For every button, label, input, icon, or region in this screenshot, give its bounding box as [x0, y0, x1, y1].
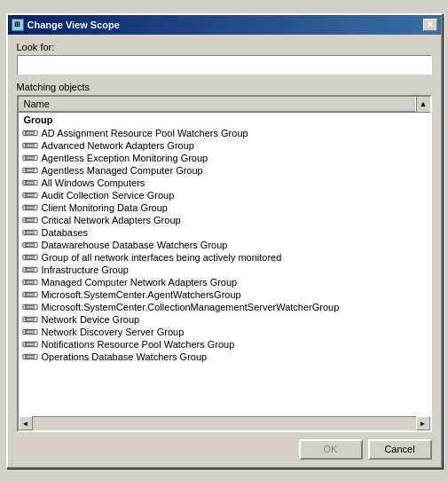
- group-icon: [22, 215, 38, 225]
- item-label: Operations Database Watchers Group: [42, 351, 208, 362]
- group-icon: [22, 202, 38, 213]
- header-arrow: ▲: [416, 97, 430, 112]
- group-icon: [22, 339, 38, 350]
- item-label: Advanced Network Adapters Group: [42, 140, 194, 151]
- scroll-track: [33, 417, 416, 430]
- group-icon: [22, 302, 38, 312]
- window-title: Change View Scope: [28, 20, 120, 30]
- list-item[interactable]: Client Monitoring Data Group: [19, 201, 430, 214]
- button-row: OK Cancel: [17, 439, 432, 460]
- horizontal-scrollbar[interactable]: ◄ ►: [19, 416, 430, 430]
- group-icon: [22, 153, 38, 163]
- window-icon: ⊞: [12, 19, 24, 31]
- group-icon: [22, 140, 38, 151]
- item-label: Agentless Exception Monitoring Group: [42, 153, 208, 163]
- svg-rect-50: [26, 280, 34, 283]
- group-icon: [22, 190, 38, 201]
- svg-rect-34: [26, 231, 34, 233]
- matching-objects-list: Name ▲ Group AD Assignment Resource Pool…: [17, 95, 432, 432]
- item-label: Managed Computer Network Adapters Group: [42, 277, 238, 288]
- matching-objects-label: Matching objects: [17, 82, 432, 92]
- list-item[interactable]: Notifications Resource Pool Watchers Gro…: [19, 338, 430, 351]
- svg-rect-18: [26, 181, 34, 184]
- svg-rect-58: [26, 305, 34, 308]
- list-item[interactable]: Microsoft.SystemCenter.CollectionManagem…: [19, 301, 430, 313]
- item-label: Group of all network interfaces being ac…: [42, 252, 282, 263]
- group-icon: [22, 289, 38, 300]
- list-item[interactable]: All Windows Computers: [19, 177, 430, 189]
- item-label: Client Monitoring Data Group: [42, 202, 168, 213]
- svg-rect-30: [26, 218, 34, 221]
- title-bar: ⊞ Change View Scope ✕: [8, 15, 441, 35]
- list-item[interactable]: Agentless Managed Computer Group: [19, 164, 430, 177]
- list-item[interactable]: Critical Network Adapters Group: [19, 214, 430, 226]
- look-for-input[interactable]: [17, 55, 432, 75]
- item-label: Datawarehouse Database Watchers Group: [42, 240, 228, 250]
- list-item[interactable]: Network Discovery Server Group: [19, 326, 430, 338]
- close-button[interactable]: ✕: [423, 19, 437, 31]
- svg-rect-54: [26, 293, 34, 296]
- list-item[interactable]: Databases: [19, 226, 430, 239]
- item-label: Microsoft.SystemCenter.CollectionManagem…: [42, 302, 340, 312]
- svg-rect-46: [26, 268, 34, 271]
- cancel-button[interactable]: Cancel: [368, 439, 432, 460]
- item-label: All Windows Computers: [42, 177, 145, 188]
- group-icon: [22, 128, 38, 138]
- list-item[interactable]: Network Device Group: [19, 313, 430, 326]
- item-label: Infrastructure Group: [42, 264, 129, 275]
- look-for-label: Look for:: [17, 42, 432, 52]
- group-icon: [22, 177, 38, 188]
- list-item[interactable]: Datawarehouse Database Watchers Group: [19, 239, 430, 251]
- window-content: Look for: Matching objects Name ▲ Group …: [8, 35, 441, 467]
- title-bar-controls: ✕: [423, 19, 437, 31]
- item-label: Network Discovery Server Group: [42, 327, 185, 337]
- svg-rect-22: [26, 193, 34, 196]
- svg-rect-66: [26, 330, 34, 333]
- svg-rect-42: [26, 256, 34, 258]
- item-label: Databases: [42, 227, 89, 238]
- list-item[interactable]: Advanced Network Adapters Group: [19, 139, 430, 152]
- scroll-left-button[interactable]: ◄: [19, 416, 33, 430]
- list-item[interactable]: Managed Computer Network Adapters Group: [19, 276, 430, 288]
- svg-rect-26: [26, 206, 34, 209]
- ok-button[interactable]: OK: [299, 439, 363, 460]
- change-view-scope-window: ⊞ Change View Scope ✕ Look for: Matching…: [6, 13, 443, 469]
- svg-rect-38: [26, 243, 34, 246]
- group-icon: [22, 264, 38, 275]
- group-icon: [22, 252, 38, 263]
- svg-rect-2: [26, 131, 34, 134]
- group-icon: [22, 314, 38, 325]
- scroll-right-button[interactable]: ►: [416, 416, 430, 430]
- list-item[interactable]: Operations Database Watchers Group: [19, 351, 430, 363]
- list-item[interactable]: Microsoft.SystemCenter.AgentWatchersGrou…: [19, 288, 430, 301]
- svg-rect-74: [26, 355, 34, 358]
- group-icon: [22, 165, 38, 176]
- list-item[interactable]: Group of all network interfaces being ac…: [19, 251, 430, 264]
- item-label: AD Assignment Resource Pool Watchers Gro…: [42, 128, 248, 138]
- svg-rect-6: [26, 144, 34, 146]
- list-body[interactable]: Group AD Assignment Resource Pool Watche…: [19, 113, 430, 416]
- group-icon: [22, 327, 38, 337]
- list-item[interactable]: AD Assignment Resource Pool Watchers Gro…: [19, 127, 430, 139]
- item-label: Notifications Resource Pool Watchers Gro…: [42, 339, 235, 350]
- list-item[interactable]: Agentless Exception Monitoring Group: [19, 152, 430, 164]
- svg-rect-10: [26, 156, 34, 159]
- group-icon: [22, 240, 38, 250]
- item-label: Critical Network Adapters Group: [42, 215, 181, 225]
- item-label: Microsoft.SystemCenter.AgentWatchersGrou…: [42, 289, 241, 300]
- item-label: Network Device Group: [42, 314, 140, 325]
- group-icon: [22, 351, 38, 362]
- list-item[interactable]: Infrastructure Group: [19, 264, 430, 276]
- list-header: Name ▲: [19, 97, 430, 113]
- svg-rect-70: [26, 343, 34, 345]
- list-item[interactable]: Audit Collection Service Group: [19, 189, 430, 201]
- svg-rect-14: [26, 169, 34, 171]
- group-icon: [22, 227, 38, 238]
- svg-rect-62: [26, 318, 34, 320]
- item-label: Agentless Managed Computer Group: [42, 165, 203, 176]
- group-header: Group: [19, 113, 430, 127]
- name-column-header: Name: [19, 97, 416, 112]
- item-label: Audit Collection Service Group: [42, 190, 175, 201]
- group-icon: [22, 277, 38, 288]
